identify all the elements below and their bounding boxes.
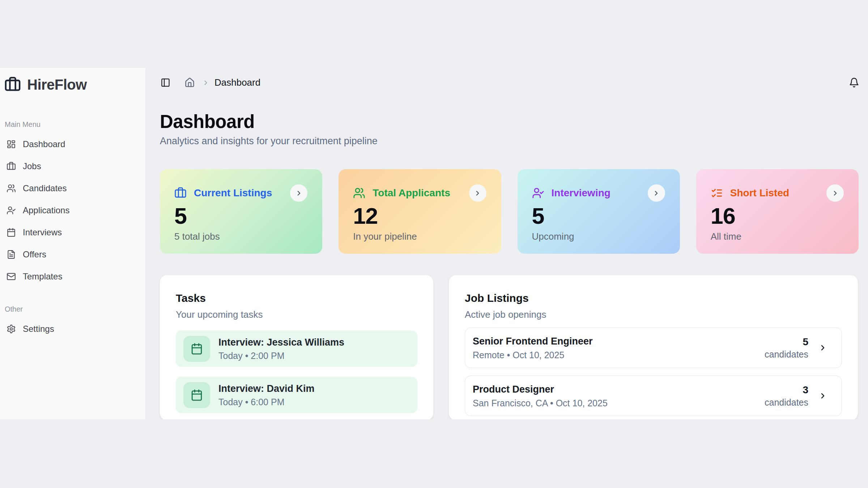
sidebar-item-candidates[interactable]: Candidates [4, 177, 142, 199]
stat-card-value: 5 [174, 204, 308, 227]
stat-card-chevron-button[interactable] [826, 184, 844, 202]
sidebar-item-label: Interviews [23, 227, 62, 237]
stat-card-header: Interviewing [532, 187, 665, 199]
task-item[interactable]: Interview: Jessica Williams Today • 2:00… [176, 330, 417, 367]
chevron-right-icon [652, 189, 660, 197]
task-title: Interview: Jessica Williams [218, 337, 344, 348]
stat-card-header: Short Listed [711, 187, 844, 199]
sidebar-item-templates[interactable]: Templates [4, 265, 142, 287]
calendar-icon [191, 389, 203, 401]
job-candidate-count: 3 [765, 384, 808, 396]
sidebar-section-other: Other Settings [4, 305, 142, 340]
tasks-panel-title: Tasks [176, 292, 417, 304]
sidebar-item-interviews[interactable]: Interviews [4, 221, 142, 243]
users-icon [353, 187, 365, 199]
sidebar-item-offers[interactable]: Offers [4, 243, 142, 265]
task-list: Interview: Jessica Williams Today • 2:00… [176, 330, 417, 413]
sidebar-item-applications[interactable]: Applications [4, 199, 142, 221]
breadcrumb-chevron-icon [202, 79, 209, 86]
layout-dashboard-icon [7, 140, 16, 149]
job-candidate-label: candidates [765, 397, 808, 408]
sidebar-item-settings[interactable]: Settings [4, 318, 142, 340]
job-listings-panel: Job Listings Active job openings Senior … [449, 275, 858, 419]
task-text: Interview: Jessica Williams Today • 2:00… [218, 337, 344, 361]
stat-card-title: Total Applicants [373, 187, 450, 199]
sidebar-item-label: Jobs [23, 161, 41, 171]
briefcase-icon [174, 187, 187, 199]
stat-card-interviewing[interactable]: Interviewing 5 Upcoming [518, 169, 680, 254]
users-icon [7, 184, 16, 193]
sidebar-item-label: Applications [23, 205, 69, 215]
job-listings-panel-title: Job Listings [465, 292, 842, 304]
main-area: Dashboard Dashboard Analytics and insigh… [146, 68, 868, 419]
job-meta: San Francisco, CA • Oct 10, 2025 [473, 398, 608, 408]
home-icon[interactable] [184, 77, 195, 88]
mail-icon [7, 272, 16, 281]
task-time: Today • 2:00 PM [218, 350, 344, 361]
settings-gear-icon [7, 324, 16, 334]
user-check-icon [532, 187, 544, 199]
stat-card-chevron-button[interactable] [290, 184, 307, 202]
stats-grid: Current Listings 5 5 total jobs Total Ap… [160, 169, 859, 254]
panels-row: Tasks Your upcoming tasks Interview: Jes… [160, 275, 859, 419]
sidebar-item-label: Candidates [23, 183, 67, 193]
task-icon-tile [183, 382, 210, 408]
stat-card-header: Total Applicants [353, 187, 486, 199]
page-title: Dashboard [160, 112, 859, 132]
stat-card-title: Short Listed [730, 187, 789, 199]
chevron-right-icon [295, 189, 303, 197]
page-content: Dashboard Analytics and insights for you… [146, 98, 868, 419]
briefcase-logo-icon [4, 76, 21, 93]
file-text-icon [7, 250, 16, 259]
stat-card-value: 12 [353, 204, 486, 227]
stat-card-chevron-button[interactable] [469, 184, 486, 202]
job-title: Product Designer [473, 384, 608, 395]
sidebar-item-dashboard[interactable]: Dashboard [4, 133, 142, 155]
job-listings-panel-subtitle: Active job openings [465, 309, 842, 320]
other-nav: Settings [4, 318, 142, 340]
chevron-right-icon [831, 189, 839, 197]
job-candidates: 3 candidates [765, 384, 808, 408]
sidebar-item-label: Settings [23, 324, 54, 334]
tasks-panel: Tasks Your upcoming tasks Interview: Jes… [160, 275, 433, 419]
chevron-right-icon [474, 189, 481, 197]
job-listing-row[interactable]: Senior Frontend Engineer Remote • Oct 10… [465, 328, 842, 368]
nav-section-label: Main Menu [5, 120, 142, 129]
sidebar-item-label: Offers [23, 249, 46, 260]
task-item[interactable]: Interview: David Kim Today • 6:00 PM [176, 377, 417, 413]
calendar-icon [7, 228, 16, 237]
job-listing-row[interactable]: Product Designer San Francisco, CA • Oct… [465, 376, 842, 416]
job-candidates: 5 candidates [765, 336, 808, 360]
stat-card-caption: In your pipeline [353, 231, 486, 242]
stat-card-title: Current Listings [194, 187, 272, 199]
breadcrumb-current: Dashboard [214, 77, 260, 88]
nav-section-label: Other [5, 305, 142, 313]
user-check-icon [7, 206, 16, 215]
job-list: Senior Frontend Engineer Remote • Oct 10… [465, 328, 842, 416]
stat-card-chevron-button[interactable] [648, 184, 665, 202]
top-bar: Dashboard [146, 68, 868, 98]
stat-card-current-listings[interactable]: Current Listings 5 5 total jobs [160, 169, 322, 254]
page-subtitle: Analytics and insights for your recruitm… [160, 136, 859, 147]
chevron-right-icon [818, 391, 827, 400]
sidebar: HireFlow Main Menu Dashboard Jobs Candid… [0, 68, 146, 419]
stat-card-value: 16 [711, 204, 844, 227]
stat-card-total-applicants[interactable]: Total Applicants 12 In your pipeline [339, 169, 501, 254]
brand-logo: HireFlow [4, 76, 141, 93]
chevron-right-icon [818, 343, 827, 352]
stat-card-value: 5 [532, 204, 665, 227]
stat-card-short-listed[interactable]: Short Listed 16 All time [696, 169, 859, 254]
sidebar-toggle-panel-left-icon[interactable] [161, 78, 170, 87]
job-text: Product Designer San Francisco, CA • Oct… [473, 384, 608, 408]
list-checks-icon [711, 187, 723, 199]
task-time: Today • 6:00 PM [218, 397, 315, 407]
sidebar-section-main-menu: Main Menu Dashboard Jobs Candidates Appl… [4, 120, 142, 287]
sidebar-item-jobs[interactable]: Jobs [4, 155, 142, 177]
job-meta: Remote • Oct 10, 2025 [473, 350, 593, 360]
app-window: HireFlow Main Menu Dashboard Jobs Candid… [0, 68, 868, 419]
stat-card-caption: Upcoming [532, 231, 665, 242]
task-icon-tile [183, 336, 210, 362]
sidebar-item-label: Dashboard [23, 139, 65, 149]
notifications-bell-icon[interactable] [849, 77, 859, 88]
tasks-panel-subtitle: Your upcoming tasks [176, 309, 417, 320]
